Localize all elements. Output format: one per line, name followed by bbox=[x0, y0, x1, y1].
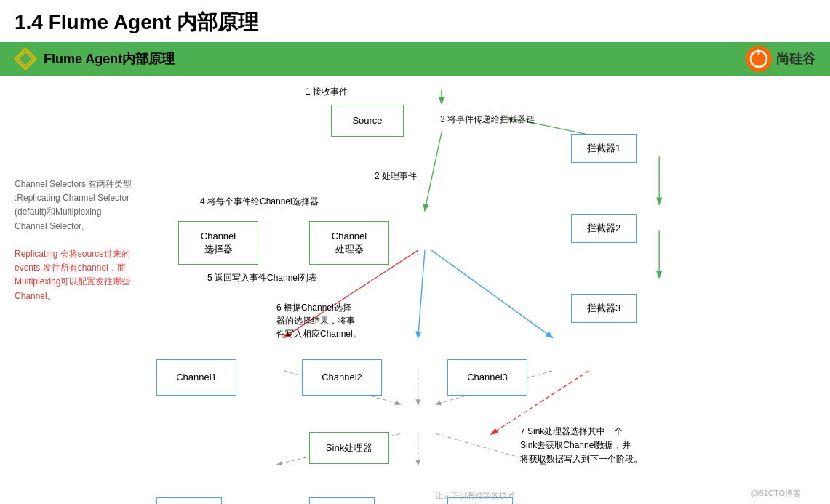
header-title: Flume Agent内部原理 bbox=[44, 50, 175, 68]
diamond-icon bbox=[15, 48, 36, 70]
source-box: Source bbox=[331, 105, 404, 137]
sink-processor-box: Sink处理器 bbox=[309, 432, 389, 464]
channel1-box: Channel1 bbox=[156, 359, 236, 396]
main-content: Channel Selectors 有两种类型 :Replicating Cha… bbox=[0, 76, 830, 504]
channel-selector-box: Channel选择器 bbox=[178, 221, 258, 265]
arrows-svg bbox=[135, 83, 815, 504]
page-title: 1.4 Flume Agent 内部原理 bbox=[0, 0, 830, 42]
svg-line-10 bbox=[425, 132, 442, 210]
channel-processor-box: Channel处理器 bbox=[309, 221, 389, 265]
channel3-box: Channel3 bbox=[447, 359, 527, 396]
interceptor3-box: 拦截器3 bbox=[571, 294, 637, 323]
sink1-box: Sink1 bbox=[156, 497, 222, 504]
logo-circle bbox=[746, 46, 772, 72]
step6-label: 6 根据Channel选择器的选择结果，将事件写入相应Channel。 bbox=[276, 301, 362, 340]
footer-text: 让天下没有难学的技术 bbox=[435, 490, 515, 501]
logo-text: 尚硅谷 bbox=[776, 50, 815, 68]
svg-line-14 bbox=[418, 250, 425, 337]
left-text-normal: Channel Selectors 有两种类型 :Replicating Cha… bbox=[15, 179, 132, 231]
sink2-box: Sink2 bbox=[309, 497, 375, 504]
watermark: @51CTO博客 bbox=[751, 488, 801, 499]
left-text-red: Replicating 会将source过来的 events 发往所有chann… bbox=[15, 249, 130, 301]
interceptor2-box: 拦截器2 bbox=[571, 214, 637, 243]
step5-label: 5 返回写入事件Channel列表 bbox=[207, 272, 317, 284]
channel2-box: Channel2 bbox=[302, 359, 382, 396]
step7-label: 7 Sink处理器选择其中一个Sink去获取Channel数据，并将获取数据写入… bbox=[520, 425, 642, 467]
left-panel: Channel Selectors 有两种类型 :Replicating Cha… bbox=[15, 83, 135, 504]
svg-line-15 bbox=[431, 250, 552, 337]
step1-label: 1 接收事件 bbox=[306, 86, 348, 98]
diagram-area: Source Channel选择器 Channel处理器 拦截器1 拦截器2 拦… bbox=[135, 83, 815, 504]
step4-label: 4 将每个事件给Channel选择器 bbox=[200, 196, 319, 208]
header-bar: Flume Agent内部原理 尚硅谷 bbox=[0, 42, 830, 76]
step3-label: 3 将事件传递给拦截器链 bbox=[440, 113, 535, 126]
interceptor1-box: 拦截器1 bbox=[571, 134, 637, 163]
logo: 尚硅谷 bbox=[746, 46, 815, 72]
step2-label: 2 处理事件 bbox=[375, 170, 417, 183]
